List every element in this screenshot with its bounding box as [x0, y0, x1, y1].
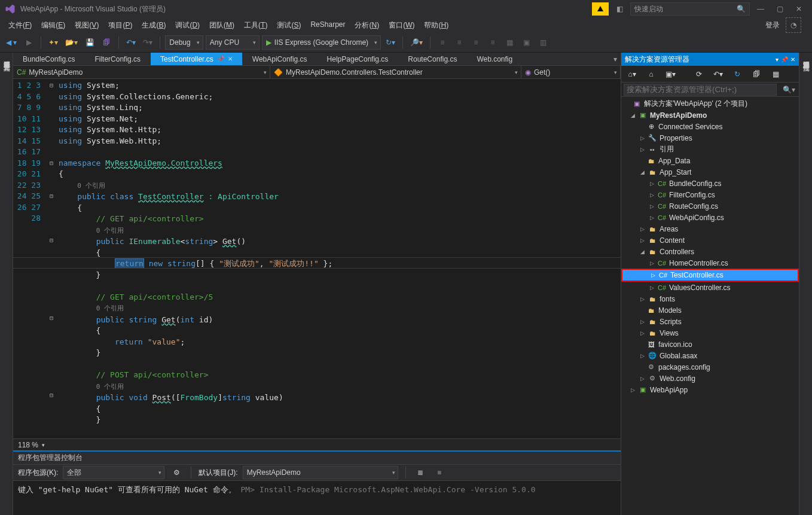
menu-item[interactable]: 编辑(E)	[36, 19, 70, 32]
uncomment-button[interactable]: ≡	[452, 35, 466, 50]
home2-button[interactable]: ⌂	[644, 67, 658, 81]
undo-button[interactable]: ↶▾	[124, 35, 138, 50]
bookmark-button[interactable]: ▦	[502, 35, 517, 50]
menu-item[interactable]: 生成(B)	[137, 19, 170, 32]
document-tab[interactable]: Web.config	[467, 53, 523, 65]
document-tab[interactable]: BundleConfig.cs	[13, 53, 85, 65]
notification-button[interactable]	[592, 2, 609, 16]
tree-project[interactable]: ◢▣MyRestApiDemo	[621, 109, 799, 121]
solution-search[interactable]: 🔍▾	[621, 83, 799, 97]
indent-button[interactable]: ≡	[469, 35, 483, 50]
nav-fwd-button[interactable]: ▶	[22, 35, 36, 50]
home-button[interactable]: ⌂▾	[625, 67, 639, 81]
tree-solution[interactable]: ▣解决方案'WebApiApp' (2 个项目)	[621, 98, 799, 109]
tree-item[interactable]: ▷🖿Scripts	[621, 316, 799, 327]
console-src-dropdown[interactable]: 全部	[63, 466, 164, 479]
outdent-button[interactable]: ≡	[486, 35, 500, 50]
menu-item[interactable]: 窗口(W)	[384, 19, 419, 32]
new-project-button[interactable]: ✦▾	[46, 35, 60, 50]
open-button[interactable]: 📂▾	[63, 35, 80, 50]
console-clear-button[interactable]: ≣	[413, 465, 428, 480]
code-editor[interactable]: 1 2 3 4 5 6 7 8 9 10 11 12 13 14 15 16 1…	[13, 79, 621, 438]
close-icon[interactable]: ✕	[228, 56, 233, 62]
tree-item[interactable]: ▷🔧Properties	[621, 132, 799, 144]
tree-item[interactable]: ▷🖿Areas	[621, 223, 799, 234]
right-dock[interactable]: 解决方案资源管理器 属性	[799, 53, 812, 515]
tree-item[interactable]: ▷🖿Views	[621, 327, 799, 339]
save-all-button[interactable]: 🗐	[99, 35, 114, 50]
console-settings-button[interactable]: ⚙	[169, 465, 184, 480]
tree-item[interactable]: ▷🖿Content	[621, 234, 799, 246]
panel-close-icon[interactable]: ✕	[790, 56, 795, 63]
menu-item[interactable]: 帮助(H)	[419, 19, 453, 32]
document-tab[interactable]: RouteConfig.cs	[398, 53, 467, 65]
format-button[interactable]: ▣	[519, 35, 533, 50]
tree-item[interactable]: 🖼favicon.ico	[621, 339, 799, 350]
tree-item[interactable]: ▷C#WebApiConfig.cs	[621, 212, 799, 223]
tree-item[interactable]: ◢🖿Controllers	[621, 246, 799, 257]
tree-item[interactable]: 🖿App_Data	[621, 155, 799, 166]
tree-item[interactable]: ▷🖿fonts	[621, 293, 799, 304]
menu-item[interactable]: ReSharper	[306, 19, 350, 32]
properties-button[interactable]: ▦	[768, 67, 783, 81]
tree-item[interactable]: ▷▪▪引用	[621, 144, 799, 155]
tree-item[interactable]: ⊕Connected Services	[621, 121, 799, 132]
showall-button[interactable]: 🗐	[749, 67, 764, 81]
menu-item[interactable]: 工具(T)	[239, 19, 272, 32]
tree-item[interactable]: ▷🌐Global.asax	[621, 350, 799, 361]
browser-refresh-button[interactable]: ↻▾	[383, 35, 398, 50]
menu-item[interactable]: 视图(V)	[70, 19, 103, 32]
tree-item[interactable]: 🖿Models	[621, 304, 799, 316]
run-button[interactable]: ▶IIS Express (Google Chrome)	[262, 35, 381, 50]
close-button[interactable]: ✕	[790, 2, 807, 16]
minimize-button[interactable]: —	[752, 2, 769, 16]
save-button[interactable]: 💾	[83, 35, 97, 50]
config-dropdown[interactable]: Debug	[165, 35, 203, 50]
sync-button[interactable]: ⟳	[692, 67, 706, 81]
solution-search-input[interactable]	[624, 84, 777, 96]
toggle-button[interactable]: ▥	[536, 35, 550, 50]
tree-project[interactable]: ▷▣WebApiApp	[621, 384, 799, 395]
tree-item[interactable]: ⚙packages.config	[621, 361, 799, 373]
menu-item[interactable]: 文件(F)	[4, 19, 36, 32]
tree-item[interactable]: ▷⚙Web.config	[621, 373, 799, 384]
document-tab[interactable]: FilterConfig.cs	[85, 53, 151, 65]
document-tab[interactable]: HelpPageConfig.cs	[318, 53, 399, 65]
tree-item-selected[interactable]: ▷C#TestController.cs	[621, 269, 799, 282]
tree-item[interactable]: ▷C#BundleConfig.cs	[621, 178, 799, 189]
document-tab[interactable]: TestController.cs📌✕	[151, 53, 243, 65]
refresh-button[interactable]: ↻	[730, 67, 744, 81]
menu-item[interactable]: 分析(N)	[350, 19, 384, 32]
console-output[interactable]: 键入 "get-help NuGet" 可查看所有可用的 NuGet 命令。 P…	[13, 481, 621, 515]
code-content[interactable]: using System; using System.Collections.G…	[56, 79, 621, 438]
find-button[interactable]: 🔎▾	[408, 35, 425, 50]
tree-item[interactable]: ▷C#FilterConfig.cs	[621, 189, 799, 200]
nav-member-dropdown[interactable]: ◉Get()	[521, 66, 621, 78]
console-stop-button[interactable]: ■	[432, 465, 447, 480]
zoom-dropdown[interactable]: 118 %	[18, 441, 38, 449]
quick-launch-input[interactable]: 快速启动🔍	[630, 2, 750, 16]
platform-dropdown[interactable]: Any CPU	[206, 35, 260, 50]
back-button[interactable]: ↶▾	[711, 67, 725, 81]
tree-item[interactable]: ▷C#ValuesController.cs	[621, 282, 799, 293]
nav-class-dropdown[interactable]: 🔶MyRestApiDemo.Controllers.TestControlle…	[270, 66, 521, 78]
document-tab[interactable]: WebApiConfig.cs	[243, 53, 318, 65]
solution-tree[interactable]: ▣解决方案'WebApiApp' (2 个项目) ◢▣MyRestApiDemo…	[621, 97, 799, 515]
tab-overflow-button[interactable]: ▾	[610, 53, 621, 65]
pin-icon[interactable]: 📌	[217, 56, 224, 62]
redo-button[interactable]: ↷▾	[141, 35, 155, 50]
menu-item[interactable]: 调试(D)	[170, 19, 204, 32]
tree-item[interactable]: ▷C#HomeController.cs	[621, 257, 799, 269]
tree-item[interactable]: ▷C#RouteConfig.cs	[621, 200, 799, 212]
maximize-button[interactable]: ▢	[771, 2, 788, 16]
tree-item[interactable]: ◢🖿App_Start	[621, 166, 799, 178]
panel-pin-icon[interactable]: 📌	[781, 56, 788, 63]
console-proj-dropdown[interactable]: MyRestApiDemo	[243, 466, 398, 479]
left-dock[interactable]: 服务器资源管理器 工具箱	[0, 53, 13, 515]
nav-project-dropdown[interactable]: C#MyRestApiDemo	[13, 66, 270, 78]
menu-item[interactable]: 项目(P)	[103, 19, 137, 32]
collapse-button[interactable]: ▣▾	[663, 67, 677, 81]
comment-button[interactable]: ≡	[435, 35, 450, 50]
menu-item[interactable]: 团队(M)	[204, 19, 239, 32]
panel-dropdown-icon[interactable]: ▾	[776, 56, 779, 63]
